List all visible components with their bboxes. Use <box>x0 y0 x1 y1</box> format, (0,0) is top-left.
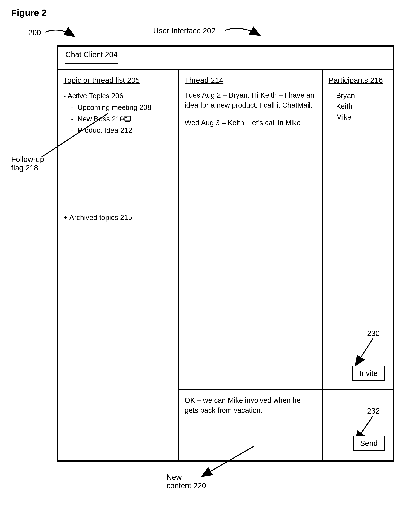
participants-panel: Participants 216 Bryan Keith Mike Invite <box>323 69 393 389</box>
chat-client-title: Chat Client 204 <box>65 50 118 64</box>
participants-header: Participants 216 <box>329 76 387 85</box>
active-topics-group: - Active Topics 206 - Upcoming meeting 2… <box>64 90 172 136</box>
chat-client-window: Chat Client 204 Topic or thread list 205… <box>57 45 394 462</box>
ref-200-label: 200 <box>28 28 41 37</box>
topic-header: Topic or thread list 205 <box>64 76 172 85</box>
topic-panel: Topic or thread list 205 - Active Topics… <box>58 69 179 460</box>
topic-upcoming[interactable]: - Upcoming meeting 208 <box>64 102 172 113</box>
participant-mike: Mike <box>336 112 387 122</box>
ui-label-text: User Interface 202 <box>153 26 215 35</box>
participant-keith: Keith <box>336 101 387 112</box>
thread-msg-2: Wed Aug 3 – Keith: Let's call in Mike <box>185 118 316 128</box>
archived-topics[interactable]: + Archived topics 215 <box>64 212 172 223</box>
thread-msg-1: Tues Aug 2 – Bryan: Hi Keith – I have an… <box>185 90 316 110</box>
inner-grid: Topic or thread list 205 - Active Topics… <box>58 69 393 460</box>
figure-title: Figure 2 <box>11 8 409 18</box>
active-topics-label[interactable]: - Active Topics 206 <box>64 90 172 102</box>
invite-button[interactable]: Invite <box>352 366 385 381</box>
topic-newboss-prefix: - <box>71 115 78 123</box>
newcontent-callout: New content 220 <box>167 473 206 490</box>
thread-panel: Thread 214 Tues Aug 2 – Bryan: Hi Keith … <box>179 69 323 389</box>
compose-text: OK – we can Mike involved when he gets b… <box>185 395 316 415</box>
topic-newboss[interactable]: - New Boss 210 <box>64 113 172 125</box>
followup-text-line2: flag 218 <box>11 164 44 172</box>
send-panel: Send <box>323 389 393 460</box>
topic-product-text: Product Idea 212 <box>77 126 132 134</box>
svg-rect-2 <box>125 117 127 118</box>
flag-icon[interactable] <box>121 115 129 121</box>
newcontent-line1: New <box>167 473 206 481</box>
thread-header: Thread 214 <box>185 76 316 85</box>
topic-newboss-text: New Boss 210 <box>77 115 124 123</box>
topic-upcoming-text: Upcoming meeting 208 <box>77 104 152 111</box>
followup-callout: Follow-up flag 218 <box>11 155 44 172</box>
figure-wrapper: Figure 2 200 User Interface 202 Follow-u… <box>11 8 409 509</box>
topic-product[interactable]: - Product Idea 212 <box>64 125 172 136</box>
ref-200: 200 <box>28 28 41 37</box>
participant-bryan: Bryan <box>336 90 387 101</box>
send-button[interactable]: Send <box>353 436 385 451</box>
participants-list: Bryan Keith Mike <box>336 90 387 122</box>
ui-label: User Interface 202 <box>153 26 215 35</box>
newcontent-line2: content 220 <box>167 481 206 490</box>
svg-rect-1 <box>125 116 130 121</box>
compose-panel[interactable]: OK – we can Mike involved when he gets b… <box>179 389 323 460</box>
